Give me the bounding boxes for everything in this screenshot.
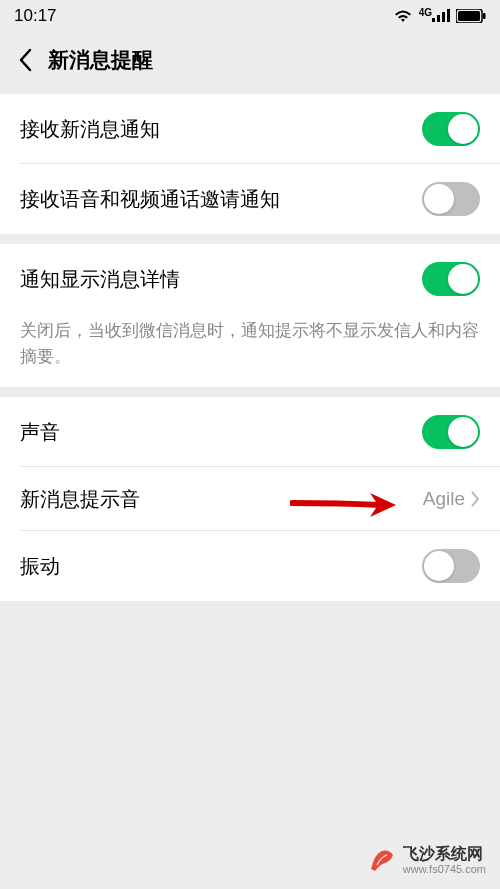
row-vibrate[interactable]: 振动 [0, 531, 500, 601]
row-receive-voice-video[interactable]: 接收语音和视频通话邀请通知 [0, 164, 500, 234]
chevron-right-icon [471, 491, 480, 507]
row-label: 新消息提示音 [20, 486, 140, 513]
toggle-show-detail[interactable] [422, 262, 480, 296]
wifi-icon [393, 8, 413, 24]
status-indicators: 4G [393, 8, 486, 24]
toggle-receive-new-msg[interactable] [422, 112, 480, 146]
toggle-receive-voice-video[interactable] [422, 182, 480, 216]
toggle-knob [448, 264, 478, 294]
chevron-left-icon [18, 48, 32, 72]
svg-rect-6 [483, 13, 486, 19]
row-label: 接收新消息通知 [20, 116, 160, 143]
back-button[interactable] [10, 45, 40, 75]
toggle-knob [424, 184, 454, 214]
page-header: 新消息提醒 [0, 32, 500, 88]
svg-rect-5 [458, 11, 480, 21]
toggle-knob [448, 114, 478, 144]
row-receive-new-msg[interactable]: 接收新消息通知 [0, 94, 500, 164]
signal-icon: 4G [419, 9, 450, 23]
svg-rect-1 [437, 15, 440, 22]
svg-rect-0 [432, 18, 435, 22]
row-sound[interactable]: 声音 [0, 397, 500, 467]
watermark: 飞沙系统网 www.fs0745.com [367, 845, 486, 875]
toggle-sound[interactable] [422, 415, 480, 449]
page-title: 新消息提醒 [48, 46, 153, 74]
toggle-knob [424, 551, 454, 581]
row-label: 声音 [20, 419, 60, 446]
svg-rect-3 [447, 9, 450, 22]
row-label: 通知显示消息详情 [20, 266, 180, 293]
section-receive: 接收新消息通知 接收语音和视频通话邀请通知 [0, 94, 500, 234]
row-new-msg-tone[interactable]: 新消息提示音 Agile [0, 467, 500, 531]
section-detail: 通知显示消息详情 关闭后，当收到微信消息时，通知提示将不显示发信人和内容摘要。 [0, 244, 500, 387]
watermark-title: 飞沙系统网 [403, 845, 486, 863]
status-time: 10:17 [14, 6, 57, 26]
status-bar: 10:17 4G [0, 0, 500, 32]
tone-value: Agile [423, 488, 465, 510]
svg-rect-2 [442, 12, 445, 22]
toggle-vibrate[interactable] [422, 549, 480, 583]
detail-description: 关闭后，当收到微信消息时，通知提示将不显示发信人和内容摘要。 [0, 314, 500, 387]
battery-icon [456, 9, 486, 23]
row-label: 振动 [20, 553, 60, 580]
watermark-logo-icon [367, 845, 397, 875]
row-value: Agile [423, 488, 480, 510]
toggle-knob [448, 417, 478, 447]
watermark-url: www.fs0745.com [403, 863, 486, 875]
row-label: 接收语音和视频通话邀请通知 [20, 186, 280, 213]
section-sound: 声音 新消息提示音 Agile 振动 [0, 397, 500, 601]
row-show-detail[interactable]: 通知显示消息详情 [0, 244, 500, 314]
